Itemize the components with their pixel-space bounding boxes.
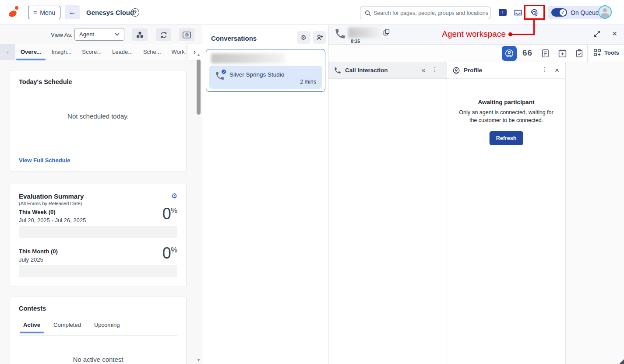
genesys-logo [9, 6, 21, 20]
conversations-settings-button[interactable]: ⚙ [297, 31, 310, 44]
org-view-button[interactable] [132, 28, 148, 41]
view-full-schedule-link[interactable]: View Full Schedule [19, 157, 71, 164]
view-as-select[interactable]: Agent [74, 28, 124, 41]
tabs-scroll-left-button[interactable]: ‹ [0, 44, 15, 60]
annotation-dot [508, 32, 512, 36]
help-icon[interactable]: ? [131, 8, 139, 17]
avatar[interactable] [598, 5, 612, 19]
kebab-menu-icon[interactable]: ⋮ [542, 66, 548, 73]
conversations-title: Conversations [211, 35, 257, 42]
scrollbar-up-arrow[interactable]: ▲ [196, 52, 201, 58]
menu-label: Menu [40, 9, 55, 16]
refresh-button[interactable] [156, 28, 171, 41]
tab-scorecards[interactable]: Score... [77, 45, 107, 59]
window-at-icon: @ [183, 32, 191, 38]
search-icon [364, 10, 371, 17]
phone-icon: ✓ [215, 70, 226, 82]
org-chart-icon [136, 31, 144, 38]
expand-icon[interactable] [593, 30, 601, 38]
left-panel-scrollbar[interactable]: ▲ ▼ [196, 52, 201, 363]
add-participant-button[interactable] [313, 31, 326, 44]
annotation-line-horizontal [512, 34, 535, 35]
resize-grip[interactable] [619, 359, 624, 364]
feedback-icon[interactable]: + [499, 9, 507, 16]
copy-icon[interactable] [383, 28, 390, 36]
hamburger-icon: ≡ [33, 9, 37, 16]
collapse-icon[interactable]: « [422, 66, 425, 74]
scrollbar-thumb[interactable] [197, 60, 201, 115]
tab-schedule[interactable]: Sche... [138, 45, 166, 59]
notes-tool-button[interactable] [541, 49, 550, 58]
gear-icon[interactable]: ⚙ [171, 192, 177, 200]
on-queue-label: On Queue [571, 9, 599, 16]
contests-tab-completed[interactable]: Completed [53, 322, 81, 333]
kebab-menu-icon[interactable]: ⋮ [432, 66, 438, 73]
call-timer: 0:16 [351, 38, 360, 44]
refresh-button[interactable]: Refresh [490, 131, 523, 145]
performance-panel: View As: Agent @ ‹ Overv... Insigh... Sc… [0, 25, 202, 364]
document-icon [541, 49, 550, 58]
eval-week-label: This Week (0) [19, 209, 56, 215]
search-input[interactable] [374, 7, 488, 19]
schedule-tool-button[interactable] [558, 49, 567, 58]
performance-tabbar: ‹ Overv... Insigh... Score... Leade... S… [0, 44, 202, 60]
conversation-item[interactable]: ✓ Silver Springs Studio 2 mins [206, 49, 325, 92]
refresh-icon [160, 31, 168, 39]
eval-month-value: 0% [162, 244, 177, 262]
contests-tab-upcoming[interactable]: Upcoming [94, 322, 120, 333]
svg-text:@: @ [185, 32, 189, 37]
interaction-toolbar: 66 Tools [328, 45, 624, 62]
redacted-contact-name [211, 53, 286, 63]
eval-month-label: This Month (0) [19, 248, 58, 255]
eval-week-value: 0% [162, 205, 177, 223]
contests-card: Contests Active Completed Upcoming No ac… [10, 297, 187, 364]
eval-week-period: Jul 20, 2025 - Jul 26, 2025 [19, 217, 86, 224]
close-icon[interactable]: × [612, 29, 617, 38]
annotation-line-vertical [533, 20, 535, 34]
schedule-card-title: Today's Schedule [19, 78, 72, 85]
inbox-icon[interactable] [514, 8, 522, 17]
page-title: Genesys Cloud [86, 9, 134, 16]
call-interaction-panel: Call Interaction « ⋮ [328, 62, 447, 364]
scripts-tool-button[interactable]: 66 [522, 48, 532, 58]
call-interaction-title: Call Interaction [345, 67, 388, 74]
contests-card-title: Contests [19, 305, 46, 312]
interaction-area: 0:16 × 66 [328, 25, 624, 364]
person-add-icon [316, 34, 324, 42]
close-icon[interactable]: × [555, 66, 559, 75]
eval-week-progressbar [19, 226, 177, 238]
tools-menu-button[interactable]: Tools [593, 49, 619, 56]
wrapup-tool-button[interactable] [575, 49, 584, 58]
chevron-down-icon [115, 33, 120, 36]
view-as-label: View As: [51, 32, 73, 38]
annotation-label: Agent workspace [420, 29, 506, 39]
scrollbar-down-arrow[interactable]: ▼ [196, 357, 201, 363]
menu-button[interactable]: ≡ Menu [28, 6, 60, 19]
on-queue-pill: ✓ On Queue [548, 6, 604, 19]
calendar-add-icon [558, 49, 567, 58]
tab-overview[interactable]: Overv... [15, 45, 46, 59]
evaluation-card-title: Evaluation Summary [19, 192, 84, 200]
view-as-value: Agent [79, 31, 94, 38]
evaluation-card-subtitle: (All Forms by Released Date) [19, 201, 82, 206]
contests-tab-active[interactable]: Active [23, 322, 40, 333]
person-circle-icon [452, 66, 460, 74]
back-button[interactable]: ← [65, 5, 80, 19]
annotation-highlight-box [524, 5, 545, 20]
popout-button[interactable]: @ [179, 28, 194, 41]
tab-insights[interactable]: Insigh... [46, 45, 77, 59]
on-queue-toggle[interactable]: ✓ [551, 8, 567, 17]
tools-label: Tools [604, 49, 619, 56]
phone-icon [334, 28, 346, 40]
contests-empty-text: No active contest [10, 356, 186, 363]
profile-tool-button[interactable] [502, 46, 517, 61]
awaiting-participant-message: Only an agent is connected, waiting for … [455, 108, 557, 124]
apps-grid-icon [593, 49, 601, 56]
profile-panel: Profile ⋮ × Awaiting participant Only an… [447, 62, 566, 364]
tab-leaderboard[interactable]: Leade... [107, 45, 138, 59]
phone-icon [334, 66, 342, 74]
eval-month-period: July 2025 [19, 256, 43, 263]
redacted-caller-name [348, 28, 382, 38]
gear-icon: ⚙ [301, 34, 307, 42]
person-circle-icon [504, 49, 514, 58]
